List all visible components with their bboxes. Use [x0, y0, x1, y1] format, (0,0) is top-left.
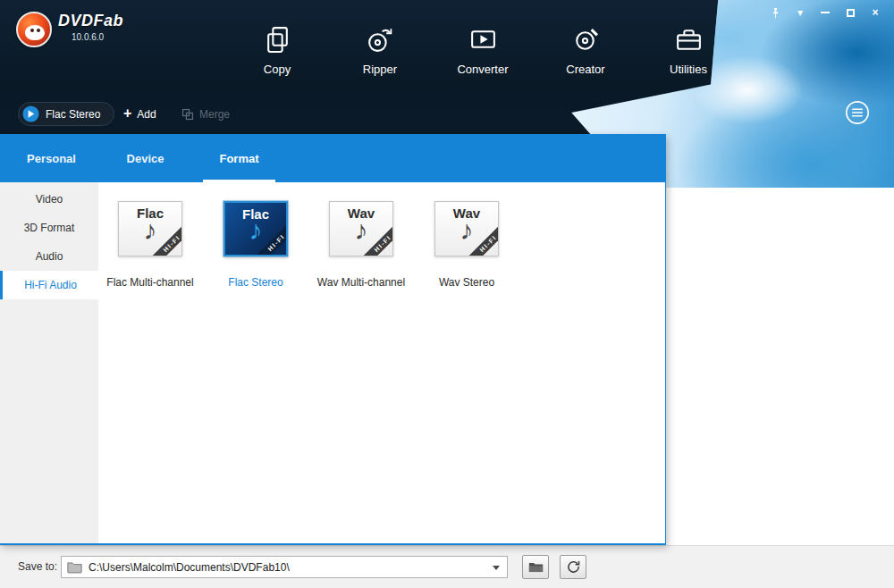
profile-target-icon	[22, 105, 39, 122]
tab-format[interactable]: Format	[192, 134, 286, 182]
nav-label: Creator	[566, 63, 604, 76]
profile-selector-button[interactable]: Flac Stereo	[18, 102, 114, 126]
music-note-icon: ♪	[355, 216, 368, 247]
window-controls: ▾ ×	[769, 6, 881, 19]
dvdfab-logo-icon	[16, 12, 52, 47]
category-sidebar: Video3D FormatAudioHi-Fi Audio	[0, 182, 98, 543]
folder-open-icon	[528, 561, 544, 574]
merge-label: Merge	[199, 108, 230, 121]
format-option-flac-multi-channel[interactable]: Flac♪HI-FIFlac Multi-channel	[118, 201, 182, 292]
task-queue-button[interactable]	[844, 99, 871, 130]
ripper-icon	[365, 24, 395, 55]
format-option-wav-stereo[interactable]: Wav♪HI-FIWav Stereo	[434, 201, 499, 292]
nav-label: Converter	[457, 63, 508, 76]
nav-item-converter[interactable]: Converter	[451, 24, 514, 76]
folder-icon	[67, 561, 82, 574]
sidebar-item-3d-format[interactable]: 3D Format	[0, 214, 98, 242]
nav-label: Copy	[264, 63, 291, 76]
minimize-to-tray-icon[interactable]: ▾	[794, 6, 806, 19]
main-nav: CopyRipperConverterCreatorUtilities	[246, 24, 720, 76]
nav-label: Utilities	[670, 63, 707, 76]
merge-icon	[181, 108, 194, 121]
copy-icon	[262, 24, 292, 55]
format-label: Flac Multi-channel	[106, 276, 193, 289]
music-note-icon: ♪	[249, 216, 263, 247]
add-label: Add	[137, 108, 156, 121]
format-label: Wav Multi-channel	[317, 276, 405, 289]
refresh-icon	[566, 559, 581, 575]
format-content: Flac♪HI-FIFlac Multi-channelFlac♪HI-FIFl…	[98, 182, 665, 543]
format-option-flac-stereo[interactable]: Flac♪HI-FIFlac Stereo	[224, 201, 288, 292]
add-source-button[interactable]: + Add	[123, 102, 156, 126]
browse-folder-button[interactable]	[522, 555, 549, 579]
music-note-icon: ♪	[144, 216, 157, 247]
refresh-button[interactable]	[560, 555, 586, 579]
sidebar-item-hi-fi-audio[interactable]: Hi-Fi Audio	[0, 271, 98, 299]
pin-icon[interactable]	[769, 6, 781, 19]
format-option-wav-multi-channel[interactable]: Wav♪HI-FIWav Multi-channel	[329, 201, 393, 292]
tab-personal[interactable]: Personal	[4, 134, 98, 182]
music-note-icon: ♪	[460, 216, 474, 247]
app-logo-area: DVDFab 10.0.6.0	[16, 12, 123, 47]
format-grid: Flac♪HI-FIFlac Multi-channelFlac♪HI-FIFl…	[118, 201, 665, 292]
footer-bar: Save to: C:\Users\Malcolm\Documents\DVDF…	[0, 545, 894, 588]
panel-tabbar: PersonalDeviceFormat	[0, 134, 665, 182]
format-card: Flac♪HI-FI	[224, 201, 288, 256]
sidebar-item-audio[interactable]: Audio	[0, 242, 98, 271]
nav-item-ripper[interactable]: Ripper	[349, 24, 411, 76]
merge-button[interactable]: Merge	[181, 102, 230, 126]
close-icon[interactable]: ×	[869, 6, 881, 19]
format-card: Wav♪HI-FI	[329, 201, 393, 256]
format-card: Wav♪HI-FI	[434, 201, 499, 256]
format-label: Flac Stereo	[228, 276, 283, 289]
nav-item-utilities[interactable]: Utilities	[657, 24, 720, 76]
format-label: Wav Stereo	[439, 276, 494, 289]
nav-label: Ripper	[363, 63, 397, 76]
converter-icon	[468, 24, 498, 55]
save-to-label: Save to:	[18, 560, 57, 573]
sidebar-item-video[interactable]: Video	[0, 185, 98, 214]
profile-label: Flac Stereo	[46, 108, 100, 121]
nav-item-copy[interactable]: Copy	[246, 24, 308, 76]
tab-device[interactable]: Device	[98, 134, 192, 182]
maximize-icon[interactable]	[844, 6, 856, 19]
list-circle-icon	[844, 99, 871, 126]
app-title: DVDFab	[58, 12, 123, 30]
utilities-icon	[673, 24, 704, 55]
nav-item-creator[interactable]: Creator	[554, 24, 617, 76]
save-path-combobox[interactable]: C:\Users\Malcolm\Documents\DVDFab10\	[61, 556, 508, 578]
save-path-value: C:\Users\Malcolm\Documents\DVDFab10\	[89, 561, 290, 574]
creator-icon	[570, 24, 601, 55]
plus-icon: +	[123, 105, 131, 122]
format-card: Flac♪HI-FI	[118, 201, 182, 256]
format-chooser-panel: PersonalDeviceFormat Video3D FormatAudio…	[0, 134, 666, 545]
app-version: 10.0.6.0	[58, 32, 123, 42]
minimize-icon[interactable]	[819, 6, 831, 19]
combo-dropdown-icon[interactable]	[493, 566, 500, 570]
